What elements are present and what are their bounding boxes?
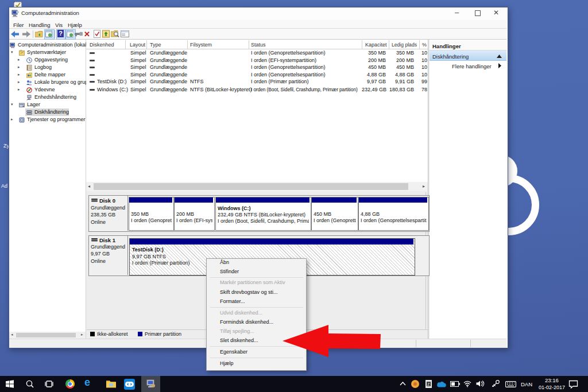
svg-text:Z: Z (427, 382, 430, 386)
